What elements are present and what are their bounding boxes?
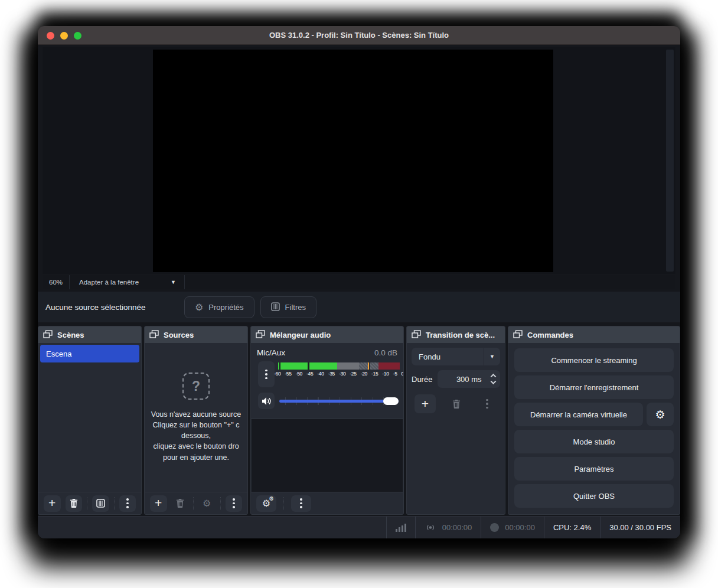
start-virtual-camera-button[interactable]: Démarrer la caméra virtuelle xyxy=(514,403,643,426)
audio-level-db: 0.0 dB xyxy=(374,348,397,357)
record-icon xyxy=(490,523,499,532)
dock-panels: Scènes Escena + xyxy=(38,326,680,515)
remove-source-button[interactable] xyxy=(172,495,189,512)
spinbox-arrows[interactable] xyxy=(488,370,498,388)
stream-timer: 00:00:00 xyxy=(416,517,481,538)
minimize-window-button[interactable] xyxy=(60,32,68,40)
mute-toggle-button[interactable] xyxy=(258,393,275,409)
transitions-panel-titlebar[interactable]: Transition de scè... xyxy=(407,326,505,343)
transition-menu-button[interactable] xyxy=(477,396,497,412)
source-context-bar: Aucune source sélectionnée ⚙ Propriétés … xyxy=(38,292,680,322)
close-window-button[interactable] xyxy=(47,32,54,40)
stream-time: 00:00:00 xyxy=(442,523,472,532)
record-time: 00:00:00 xyxy=(505,523,535,532)
properties-button[interactable]: ⚙ Propriétés xyxy=(184,296,254,318)
preview-vertical-scrollbar[interactable] xyxy=(666,50,674,272)
meter-segment-gray xyxy=(337,362,360,370)
meter-segment-gray_dim xyxy=(370,362,378,370)
filters-button[interactable]: Filtres xyxy=(260,296,316,318)
kebab-menu-icon xyxy=(233,498,235,508)
scenes-menu-button[interactable] xyxy=(119,495,136,512)
cpu-usage: CPU: 2.4% xyxy=(544,517,600,538)
toolbar-separator xyxy=(220,497,221,510)
remove-transition-button[interactable] xyxy=(446,396,466,412)
kebab-menu-icon xyxy=(126,498,129,508)
quit-obs-button[interactable]: Quitter OBS xyxy=(514,484,674,508)
volume-meter xyxy=(278,362,400,370)
start-recording-button[interactable]: Démarrer l'enregistrement xyxy=(514,375,674,399)
sources-panel-titlebar[interactable]: Sources xyxy=(145,326,247,343)
zoom-mode-label: Adapter à la fenêtre xyxy=(79,279,139,286)
controls-body: Commencer le streaming Démarrer l'enregi… xyxy=(508,343,680,514)
properties-label: Propriétés xyxy=(208,303,243,312)
kebab-menu-icon xyxy=(300,498,302,508)
channel-menu-button[interactable] xyxy=(258,361,275,387)
mixer-panel-title: Mélangeur audio xyxy=(270,331,331,339)
studio-mode-button[interactable]: Mode studio xyxy=(514,430,674,453)
scenes-toolbar: + xyxy=(38,492,141,514)
titlebar[interactable]: OBS 31.0.2 - Profil: Sin Título - Scènes… xyxy=(38,26,680,45)
sources-menu-button[interactable] xyxy=(226,495,243,512)
toolbar-separator xyxy=(283,497,284,510)
connection-quality-indicator xyxy=(387,517,415,538)
source-properties-button[interactable]: ⚙ xyxy=(198,495,216,512)
sources-list-empty[interactable]: ? Vous n'avez aucune source Cliquez sur … xyxy=(145,343,247,492)
transition-type-value: Fondu xyxy=(412,348,484,365)
slider-handle[interactable] xyxy=(383,397,399,405)
empty-sources-hint: Vous n'avez aucune source Cliquez sur le… xyxy=(145,409,247,463)
zoom-window-button[interactable] xyxy=(74,32,81,40)
meter-segment-green xyxy=(309,362,337,370)
duration-spinbox[interactable]: 300 ms xyxy=(438,370,500,388)
transitions-body: Fondu ▼ Durée 300 ms xyxy=(407,343,505,514)
mixer-menu-button[interactable] xyxy=(291,495,311,512)
preview-zoom-bar: 60% Adapter à la fenêtre ▼ xyxy=(43,275,675,289)
virtual-camera-settings-button[interactable]: ⚙ xyxy=(647,403,674,426)
volume-slider[interactable] xyxy=(279,393,399,409)
remove-scene-button[interactable] xyxy=(66,495,83,512)
filter-icon xyxy=(271,302,280,313)
scenes-panel: Scènes Escena + xyxy=(38,326,142,515)
scenes-panel-titlebar[interactable]: Scènes xyxy=(38,326,141,343)
dock-icon xyxy=(149,330,159,340)
advanced-audio-button[interactable]: ⚙⚙ xyxy=(256,495,276,512)
settings-button[interactable]: Paramètres xyxy=(514,457,674,481)
speaker-icon xyxy=(262,397,272,406)
scenes-list[interactable]: Escena xyxy=(38,343,141,492)
meter-scale: -60-55-50-45-40-35-30-25-20-15-10-50 xyxy=(274,371,403,377)
sources-toolbar: + ⚙ xyxy=(145,492,247,514)
start-streaming-button[interactable]: Commencer le streaming xyxy=(514,348,674,372)
toolbar-separator xyxy=(87,497,87,510)
meter-segment-gray_dim xyxy=(359,362,367,370)
meter-segment-red xyxy=(378,362,400,370)
trash-icon xyxy=(452,400,461,409)
desktop-background: OBS 31.0.2 - Profil: Sin Título - Scènes… xyxy=(0,0,718,588)
question-mark-icon: ? xyxy=(182,373,210,400)
preview-area[interactable] xyxy=(43,47,675,274)
gears-icon: ⚙⚙ xyxy=(262,499,270,508)
zoom-mode-dropdown[interactable]: Adapter à la fenêtre ▼ xyxy=(70,275,185,289)
controls-panel-titlebar[interactable]: Commandes xyxy=(508,326,680,343)
no-source-label: Aucune source sélectionnée xyxy=(45,292,146,322)
sources-panel-title: Sources xyxy=(164,331,194,339)
slider-track[interactable] xyxy=(279,400,399,403)
kebab-menu-icon xyxy=(265,370,267,380)
mixer-panel-titlebar[interactable]: Mélangeur audio xyxy=(251,326,403,343)
add-transition-button[interactable]: + xyxy=(415,394,436,413)
dock-icon xyxy=(43,330,53,340)
add-scene-button[interactable]: + xyxy=(44,495,61,512)
scenes-panel-title: Scènes xyxy=(57,331,84,339)
scene-list-item-selected[interactable]: Escena xyxy=(40,345,139,362)
scene-filters-button[interactable] xyxy=(92,495,109,512)
controls-panel-title: Commandes xyxy=(527,331,573,339)
mixer-toolbar: ⚙⚙ xyxy=(251,492,403,514)
duration-value: 300 ms xyxy=(456,375,482,384)
gear-icon: ⚙ xyxy=(195,303,203,312)
trash-icon xyxy=(70,499,78,508)
sources-panel: Sources ? Vous n'avez aucune source Cliq… xyxy=(144,326,248,515)
program-canvas[interactable] xyxy=(153,50,553,272)
transition-type-dropdown[interactable]: Fondu ▼ xyxy=(412,348,500,365)
add-source-button[interactable]: + xyxy=(150,495,167,512)
filters-label: Filtres xyxy=(285,303,306,312)
scene-transitions-panel: Transition de scè... Fondu ▼ Durée 300 m… xyxy=(406,326,505,515)
filter-icon xyxy=(96,499,105,508)
